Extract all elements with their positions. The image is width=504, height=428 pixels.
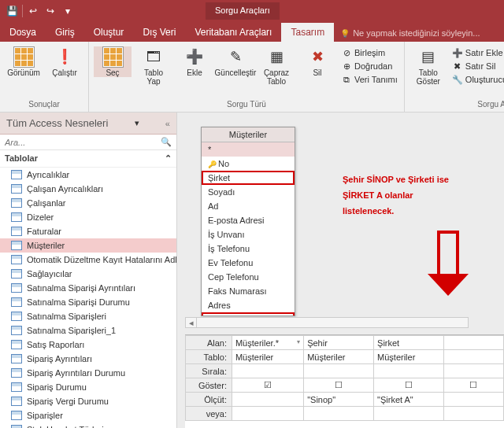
nav-item[interactable]: Satınalma Siparişleri_1 bbox=[0, 323, 176, 338]
search-input[interactable] bbox=[5, 138, 161, 147]
nav-item[interactable]: Ayrıcalıklar bbox=[0, 168, 176, 182]
field-item[interactable]: İş Telefonu bbox=[202, 242, 295, 256]
nav-search: 🔍 bbox=[0, 135, 176, 150]
field-item[interactable]: Adres bbox=[202, 298, 295, 312]
nav-category-tables[interactable]: Tablolar⌃ bbox=[0, 150, 176, 168]
grid-cell[interactable] bbox=[232, 364, 303, 378]
passthrough-button[interactable]: ⊕Doğrudan bbox=[339, 60, 399, 72]
grid-cell[interactable] bbox=[374, 364, 444, 378]
horizontal-scrollbar[interactable]: ◂ bbox=[185, 317, 469, 328]
nav-item[interactable]: Satınalma Siparişi Durumu bbox=[0, 295, 176, 309]
nav-item[interactable]: Sipariş Ayrıntıları bbox=[0, 352, 176, 366]
grid-cell[interactable] bbox=[304, 364, 374, 378]
table-field-list[interactable]: Müşteriler * No Şirket Soyadı Ad E-posta… bbox=[201, 127, 295, 316]
nav-item[interactable]: Çalışan Ayrıcalıkları bbox=[0, 182, 176, 196]
grid-cell[interactable]: "Sinop" bbox=[304, 393, 374, 407]
nav-item[interactable]: Sipariş Vergi Durumu bbox=[0, 394, 176, 408]
run-button[interactable]: ❗Çalıştır bbox=[46, 46, 83, 77]
nav-item[interactable]: Sipariş Ayrıntıları Durumu bbox=[0, 366, 176, 380]
dropdown-icon[interactable]: ▾ bbox=[135, 118, 139, 128]
field-item[interactable]: Ad bbox=[202, 199, 295, 213]
grid-cell[interactable] bbox=[443, 336, 503, 350]
insert-rows-button[interactable]: ➕Satır Ekle bbox=[450, 46, 504, 59]
field-item[interactable]: Cep Telefonu bbox=[202, 270, 295, 284]
tab-design[interactable]: Tasarım bbox=[281, 23, 334, 42]
show-checkbox[interactable]: ☐ bbox=[374, 378, 444, 393]
tab-home[interactable]: Giriş bbox=[46, 23, 84, 42]
nav-item[interactable]: Otomatik Düzeltme Kayıt Hatalarını Adl..… bbox=[0, 253, 176, 267]
workspace: Tüm Access Nesneleri ▾ « 🔍 Tablolar⌃ Ayr… bbox=[0, 113, 504, 428]
crosstab-button[interactable]: ▦Çapraz Tablo bbox=[258, 46, 295, 86]
field-item-highlight[interactable]: Şehir bbox=[202, 312, 295, 315]
field-item[interactable]: İş Unvanı bbox=[202, 227, 295, 242]
nav-item[interactable]: Sipariş Durumu bbox=[0, 380, 176, 394]
field-item[interactable]: Soyadı bbox=[202, 185, 295, 199]
data-def-button[interactable]: ⧉Veri Tanımı bbox=[339, 73, 399, 86]
nav-item[interactable]: Stok Hareket Türleri bbox=[0, 422, 176, 428]
row-header: veya: bbox=[186, 407, 232, 421]
make-table-button[interactable]: 🗔Tablo Yap bbox=[135, 46, 172, 86]
grid-row-sort: Sırala: bbox=[186, 364, 504, 378]
grid-cell[interactable] bbox=[443, 350, 503, 364]
append-button[interactable]: ➕Ekle bbox=[176, 46, 213, 77]
union-button[interactable]: ⊘Birleşim bbox=[339, 46, 399, 59]
grid-cell[interactable]: Müşteriler.*▾ bbox=[232, 336, 303, 350]
collapse-icon[interactable]: « bbox=[165, 119, 170, 128]
tab-external-data[interactable]: Dış Veri bbox=[133, 23, 185, 42]
ribbon-group-query-setup: ▤Tablo Göster ➕Satır Ekle ✖Satır Sil 🔧Ol… bbox=[405, 42, 504, 112]
nav-item[interactable]: Çalışanlar bbox=[0, 196, 176, 210]
nav-item-selected[interactable]: Müşteriler bbox=[0, 238, 176, 253]
query-design-surface[interactable]: Müşteriler * No Şirket Soyadı Ad E-posta… bbox=[177, 113, 504, 428]
grid-cell[interactable] bbox=[443, 407, 503, 421]
dropdown-icon[interactable]: ▾ bbox=[297, 338, 300, 345]
field-item[interactable]: Faks Numarası bbox=[202, 284, 295, 298]
grid-cell[interactable]: "Şirket A" bbox=[374, 393, 444, 407]
show-checkbox[interactable]: ☐ bbox=[443, 378, 503, 393]
tab-create[interactable]: Oluştur bbox=[84, 23, 134, 42]
grid-cell[interactable] bbox=[232, 407, 303, 421]
field-item-all[interactable]: * bbox=[202, 142, 295, 157]
builder-button[interactable]: 🔧Oluşturucu bbox=[450, 73, 504, 86]
nav-item[interactable]: Dizeler bbox=[0, 210, 176, 224]
field-item-highlight[interactable]: Şirket bbox=[202, 171, 295, 185]
tab-file[interactable]: Dosya bbox=[0, 23, 46, 42]
grid-cell[interactable]: Müşteriler bbox=[374, 350, 444, 364]
grid-cell[interactable]: Müşteriler bbox=[232, 350, 303, 364]
nav-item[interactable]: Satınalma Siparişleri bbox=[0, 309, 176, 323]
table-icon bbox=[11, 170, 22, 179]
update-button[interactable]: ✎Güncelleştir bbox=[217, 46, 254, 77]
select-query-button[interactable]: Seç bbox=[94, 46, 132, 77]
show-table-button[interactable]: ▤Tablo Göster bbox=[410, 46, 447, 86]
view-button[interactable]: Görünüm bbox=[5, 46, 43, 77]
nav-item[interactable]: Siparişler bbox=[0, 408, 176, 422]
nav-item[interactable]: Satınalma Siparişi Ayrıntıları bbox=[0, 281, 176, 295]
undo-icon[interactable]: ↩ bbox=[26, 4, 40, 18]
grid-cell[interactable] bbox=[374, 407, 444, 421]
grid-cell[interactable]: Şirket bbox=[374, 336, 444, 350]
nav-header[interactable]: Tüm Access Nesneleri ▾ « bbox=[0, 113, 176, 135]
save-icon[interactable]: 💾 bbox=[5, 4, 19, 18]
field-item[interactable]: Ev Telefonu bbox=[202, 256, 295, 270]
nav-item[interactable]: Sağlayıcılar bbox=[0, 267, 176, 281]
nav-item[interactable]: Satış Raporları bbox=[0, 338, 176, 352]
field-item[interactable]: No bbox=[202, 157, 295, 171]
show-checkbox[interactable]: ☐ bbox=[304, 378, 374, 393]
field-item[interactable]: E-posta Adresi bbox=[202, 213, 295, 227]
delete-query-button[interactable]: ✖Sil bbox=[298, 46, 336, 77]
redo-icon[interactable]: ↪ bbox=[43, 4, 57, 18]
nav-item[interactable]: Faturalar bbox=[0, 224, 176, 238]
customize-qat-icon[interactable]: ▾ bbox=[61, 4, 75, 18]
delete-rows-button[interactable]: ✖Satır Sil bbox=[450, 60, 504, 72]
grid-cell[interactable] bbox=[304, 407, 374, 421]
grid-cell[interactable] bbox=[443, 364, 503, 378]
tell-me[interactable]: Ne yapmak istediğinizi söyleyin... bbox=[334, 24, 486, 42]
search-icon[interactable]: 🔍 bbox=[161, 137, 172, 147]
scroll-left-icon[interactable]: ◂ bbox=[186, 318, 197, 327]
grid-cell[interactable] bbox=[232, 393, 303, 407]
grid-cell[interactable] bbox=[443, 393, 503, 407]
table-icon bbox=[11, 198, 22, 208]
grid-cell[interactable]: Müşteriler bbox=[304, 350, 374, 364]
grid-cell[interactable]: Şehir bbox=[304, 336, 374, 350]
show-checkbox[interactable]: ☑ bbox=[232, 378, 303, 393]
tab-database-tools[interactable]: Veritabanı Araçları bbox=[185, 23, 281, 42]
